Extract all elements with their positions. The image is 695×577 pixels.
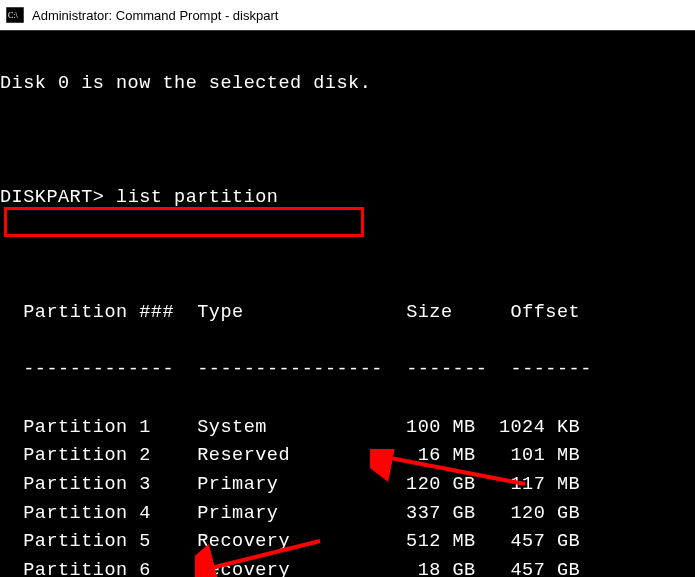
console-area[interactable]: Disk 0 is now the selected disk. DISKPAR… — [0, 31, 695, 577]
table-row: Partition 1 System 100 MB 1024 KB — [0, 414, 695, 443]
output-line: Disk 0 is now the selected disk. — [0, 70, 695, 99]
table-divider: ------------- ---------------- ------- -… — [0, 356, 695, 385]
blank-line — [0, 127, 695, 156]
table-row: Partition 4 Primary 337 GB 120 GB — [0, 500, 695, 529]
dash: ------- — [511, 359, 592, 380]
cmd-icon: C:\ — [6, 7, 24, 23]
window-title: Administrator: Command Prompt - diskpart — [32, 8, 278, 23]
col-header: Partition ### — [23, 302, 174, 323]
col-header: Type — [197, 302, 243, 323]
dash: ------------- — [23, 359, 174, 380]
titlebar[interactable]: C:\ Administrator: Command Prompt - disk… — [0, 0, 695, 31]
blank-line — [0, 242, 695, 271]
col-header: Size — [406, 302, 452, 323]
dash: ------- — [406, 359, 487, 380]
command-text: list partition — [116, 187, 278, 208]
table-row: Partition 2 Reserved 16 MB 101 MB — [0, 442, 695, 471]
table-header: Partition ### Type Size Offset — [0, 299, 695, 328]
prompt: DISKPART> — [0, 187, 104, 208]
col-header: Offset — [511, 302, 581, 323]
dash: ---------------- — [197, 359, 383, 380]
prompt-line: DISKPART> list partition — [0, 184, 695, 213]
svg-text:C:\: C:\ — [8, 11, 19, 20]
table-row: Partition 6 Recovery 18 GB 457 GB — [0, 557, 695, 577]
table-row: Partition 5 Recovery 512 MB 457 GB — [0, 528, 695, 557]
table-row: Partition 3 Primary 120 GB 117 MB — [0, 471, 695, 500]
